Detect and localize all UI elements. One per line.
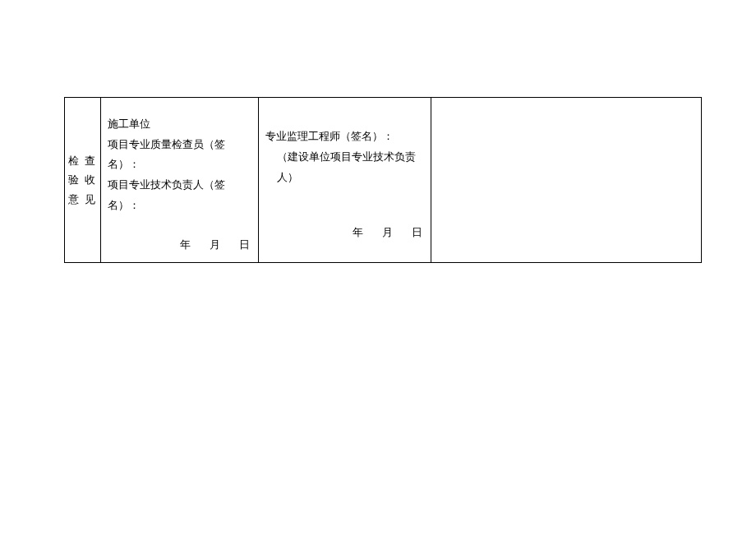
inspection-table: 检 查 验 收 意 见 施工单位 项目专业质量检查员（签名）： 项目专业技术负责… [64,97,702,263]
tech-lead-signature: 项目专业技术负责人（签名）： [108,175,251,215]
row-label-line2: 验 收 [68,170,97,189]
date-day: 日 [412,226,422,238]
owner-tech-lead: （建设单位项目专业技术负责人） [265,147,424,187]
quality-inspector-signature: 项目专业质量检查员（签名）： [108,135,251,175]
construction-unit-label: 施工单位 [108,114,251,135]
supervision-engineer-signature: 专业监理工程师（签名）： [265,127,424,147]
supervision-cell: 专业监理工程师（签名）： （建设单位项目专业技术负责人） 年 月 日 [259,98,431,263]
row-label-line1: 检 查 [68,151,97,170]
supervision-date-line: 年 月 日 [265,223,424,243]
date-day: 日 [239,238,250,251]
date-month: 月 [210,238,220,251]
date-year: 年 [180,238,191,251]
row-label-text: 检 查 验 收 意 见 [68,151,97,209]
construction-date-line: 年 月 日 [108,235,251,256]
row-label-line3: 意 见 [68,190,97,209]
table-row: 检 查 验 收 意 见 施工单位 项目专业质量检查员（签名）： 项目专业技术负责… [65,98,702,263]
construction-unit-cell: 施工单位 项目专业质量检查员（签名）： 项目专业技术负责人（签名）： 年 月 日 [101,98,259,263]
inspection-table-container: 检 查 验 收 意 见 施工单位 项目专业质量检查员（签名）： 项目专业技术负责… [64,97,702,263]
empty-cell [431,98,702,263]
date-year: 年 [353,226,363,238]
row-label-cell: 检 查 验 收 意 见 [65,98,101,263]
date-month: 月 [382,226,393,238]
